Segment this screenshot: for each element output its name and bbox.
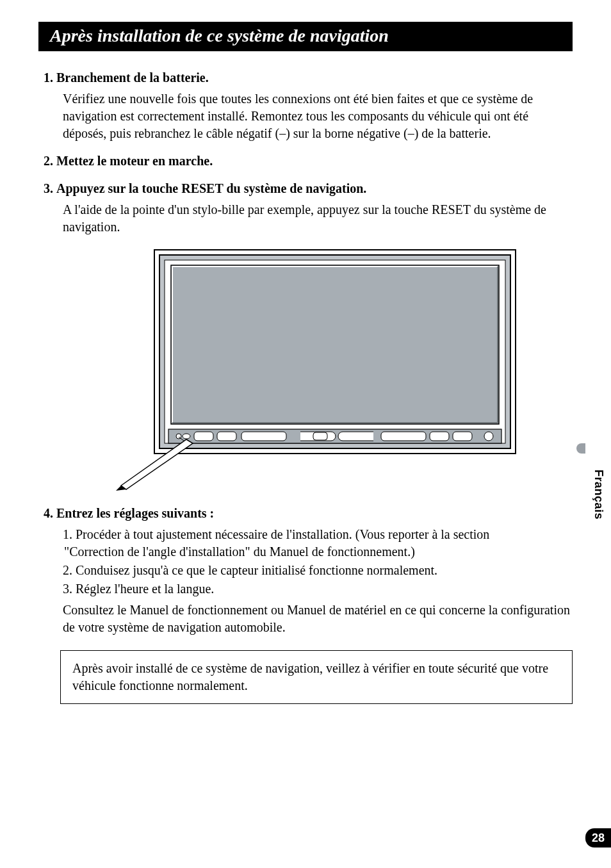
language-tab: Français: [576, 443, 611, 546]
svg-rect-11: [381, 432, 426, 441]
step-4-post-text: Consultez le Manuel de fonctionnement ou…: [63, 602, 573, 636]
step-1-heading: Branchement de la batterie.: [56, 69, 573, 86]
step-3-heading: Appuyez sur la touche RESET du système d…: [56, 180, 573, 197]
svg-rect-12: [430, 432, 449, 441]
device-illustration: [56, 247, 573, 491]
language-label: Français: [592, 470, 605, 520]
safety-note-box: Après avoir installé de ce système de na…: [60, 650, 573, 704]
svg-rect-10: [313, 432, 327, 440]
page-number-badge: 28: [585, 828, 611, 848]
substep-1-continuation: "Correction de l'angle d'installation" d…: [64, 543, 573, 561]
section-title-bar: Après installation de ce système de navi…: [38, 22, 573, 51]
substep-2: Conduisez jusqu'à ce que le capteur init…: [76, 562, 573, 579]
step-2-heading: Mettez le moteur en marche.: [56, 152, 573, 170]
step-2: Mettez le moteur en marche.: [56, 152, 573, 170]
step-1: Branchement de la batterie. Vérifiez une…: [56, 69, 573, 142]
substep-2-text: Conduisez jusqu'à ce que le capteur init…: [76, 563, 437, 577]
section-title: Après installation de ce système de navi…: [50, 26, 389, 45]
document-page: Après installation de ce système de navi…: [0, 0, 611, 868]
svg-point-6: [183, 434, 190, 439]
step-4: Entrez les réglages suivants : Procéder …: [56, 505, 573, 636]
substep-1: Procéder à tout ajustement nécessaire de…: [76, 526, 573, 561]
svg-point-14: [484, 432, 493, 441]
step-1-body: Vérifiez une nouvelle fois que toutes le…: [63, 90, 573, 142]
instruction-list: Branchement de la batterie. Vérifiez une…: [56, 69, 573, 636]
safety-note-text: Après avoir installé de ce système de na…: [72, 661, 548, 692]
substep-3-text: Réglez l'heure et la langue.: [76, 582, 214, 596]
svg-rect-9: [241, 432, 286, 441]
svg-rect-8: [217, 432, 236, 441]
step-4-heading: Entrez les réglages suivants :: [56, 505, 573, 522]
svg-rect-13: [453, 432, 472, 441]
language-tab-body: Français: [585, 443, 611, 546]
step-4-sublist: Procéder à tout ajustement nécessaire de…: [76, 526, 573, 598]
svg-rect-7: [194, 432, 213, 441]
navigation-device-icon: [110, 247, 519, 491]
step-3: Appuyez sur la touche RESET du système d…: [56, 180, 573, 491]
language-tab-cap: [576, 443, 585, 454]
substep-1-text: Procéder à tout ajustement nécessaire de…: [76, 527, 489, 541]
substep-3: Réglez l'heure et la langue.: [76, 580, 573, 598]
page-number: 28: [592, 831, 605, 845]
svg-rect-3: [171, 265, 499, 424]
step-3-body: A l'aide de la pointe d'un stylo-bille p…: [63, 201, 573, 236]
